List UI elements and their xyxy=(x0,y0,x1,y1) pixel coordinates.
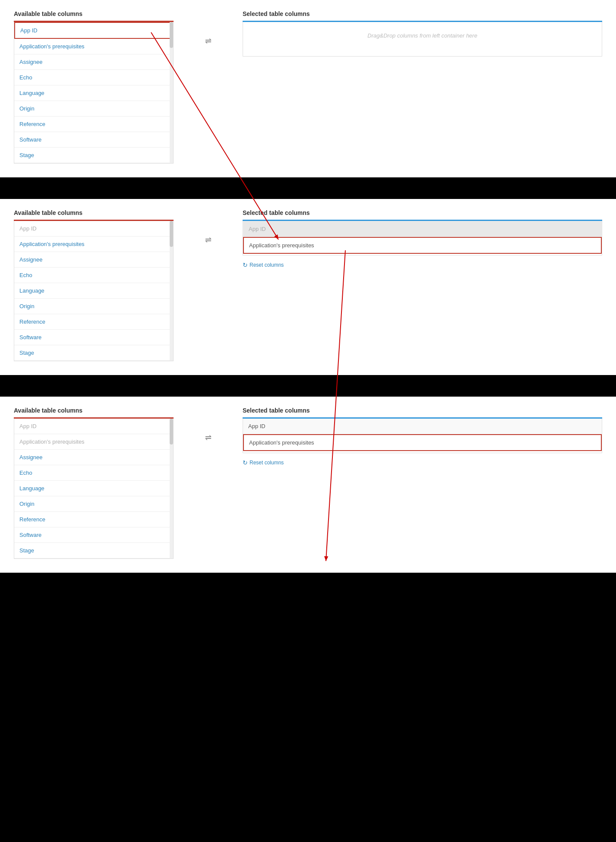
panel-3: Available table columnsApp IDApplication… xyxy=(0,397,616,573)
available-column-item[interactable]: Language xyxy=(14,85,173,101)
reset-columns-button[interactable]: ↻Reset columns xyxy=(243,260,284,270)
available-column-item[interactable]: App ID xyxy=(14,221,173,237)
available-column-item[interactable]: App ID xyxy=(14,419,173,434)
available-column-item[interactable]: Echo xyxy=(14,70,173,85)
available-column-item[interactable]: Echo xyxy=(14,465,173,481)
available-column-list: App IDApplication's prerequisitesAssigne… xyxy=(14,419,174,559)
reset-label: Reset columns xyxy=(250,262,284,268)
selected-columns-title: Selected table columns xyxy=(243,407,602,414)
available-column-item[interactable]: Application's prerequisites xyxy=(14,39,173,54)
left-section: Available table columnsApp IDApplication… xyxy=(14,209,174,361)
separator-bar xyxy=(0,177,616,199)
transfer-icon[interactable]: ⇌ xyxy=(199,209,217,245)
available-column-list: App IDApplication's prerequisitesAssigne… xyxy=(14,22,174,164)
available-column-item[interactable]: Stage xyxy=(14,148,173,163)
scrollbar-thumb[interactable] xyxy=(170,22,173,48)
left-section: Available table columnsApp IDApplication… xyxy=(14,407,174,559)
transfer-icon[interactable]: ⇌ xyxy=(199,10,217,46)
available-column-item[interactable]: Stage xyxy=(14,345,173,361)
selected-column-item[interactable]: App ID xyxy=(243,419,602,434)
transfer-icon[interactable]: ⇌ xyxy=(199,407,217,442)
selected-column-list: App IDApplication's prerequisites xyxy=(243,221,602,255)
available-column-item[interactable]: Assignee xyxy=(14,450,173,465)
selected-column-item[interactable]: Application's prerequisites xyxy=(243,237,602,254)
available-column-item[interactable]: Reference xyxy=(14,117,173,132)
available-column-item[interactable]: Language xyxy=(14,283,173,299)
selected-column-item[interactable]: Application's prerequisites xyxy=(243,434,602,451)
reset-icon: ↻ xyxy=(243,262,248,268)
selected-column-list: Drag&Drop columns from left container he… xyxy=(243,22,602,57)
panel-1: Available table columnsApp IDApplication… xyxy=(0,0,616,177)
available-column-item[interactable]: Assignee xyxy=(14,54,173,70)
available-column-item[interactable]: Software xyxy=(14,132,173,148)
available-column-item[interactable]: Origin xyxy=(14,101,173,117)
left-section: Available table columnsApp IDApplication… xyxy=(14,10,174,164)
scrollbar-track[interactable] xyxy=(170,221,173,361)
available-columns-title: Available table columns xyxy=(14,10,174,17)
right-section: Selected table columnsDrag&Drop columns … xyxy=(243,10,602,57)
available-column-item[interactable]: Origin xyxy=(14,496,173,512)
reset-columns-button[interactable]: ↻Reset columns xyxy=(243,457,284,468)
separator-bar xyxy=(0,375,616,397)
available-column-item[interactable]: Origin xyxy=(14,299,173,314)
drop-placeholder: Drag&Drop columns from left container he… xyxy=(243,22,602,49)
reset-icon: ↻ xyxy=(243,459,248,466)
scrollbar-track[interactable] xyxy=(170,419,173,558)
available-column-item[interactable]: Stage xyxy=(14,543,173,558)
scrollbar-thumb[interactable] xyxy=(170,419,173,445)
available-column-item[interactable]: Reference xyxy=(14,314,173,330)
available-column-item[interactable]: Language xyxy=(14,481,173,496)
selected-columns-title: Selected table columns xyxy=(243,10,602,17)
available-column-item[interactable]: Software xyxy=(14,527,173,543)
panel-2: Available table columnsApp IDApplication… xyxy=(0,199,616,375)
available-columns-title: Available table columns xyxy=(14,209,174,216)
available-column-item[interactable]: Software xyxy=(14,330,173,345)
right-section: Selected table columnsApp IDApplication'… xyxy=(243,407,602,468)
available-column-item[interactable]: Application's prerequisites xyxy=(14,237,173,252)
scrollbar-track[interactable] xyxy=(170,22,173,163)
selected-columns-title: Selected table columns xyxy=(243,209,602,216)
right-section: Selected table columnsApp IDApplication'… xyxy=(243,209,602,270)
selected-column-list: App IDApplication's prerequisites xyxy=(243,419,602,453)
available-column-item[interactable]: App ID xyxy=(14,22,173,39)
scrollbar-thumb[interactable] xyxy=(170,221,173,247)
available-column-item[interactable]: Reference xyxy=(14,512,173,527)
available-columns-title: Available table columns xyxy=(14,407,174,414)
available-column-item[interactable]: Assignee xyxy=(14,252,173,268)
available-column-list: App IDApplication's prerequisitesAssigne… xyxy=(14,221,174,361)
available-column-item[interactable]: Application's prerequisites xyxy=(14,434,173,450)
selected-column-item[interactable]: App ID xyxy=(243,221,602,237)
available-column-item[interactable]: Echo xyxy=(14,268,173,283)
reset-label: Reset columns xyxy=(250,460,284,466)
